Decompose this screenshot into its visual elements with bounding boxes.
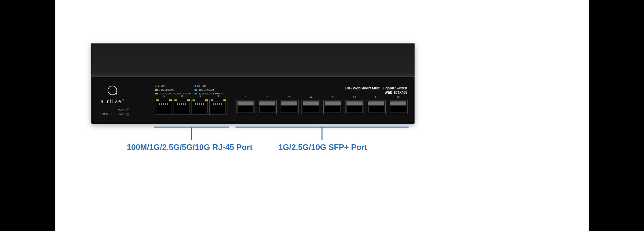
network-switch: airlive® PWR SYS Reset 1-4 Port: 10G Lin… <box>91 43 415 123</box>
sfp-port-6: 6 <box>258 100 277 114</box>
bracket-rj45 <box>154 127 229 128</box>
port-number: 7 <box>280 96 298 99</box>
sfp-port-7: 7 <box>280 100 299 114</box>
svg-point-1 <box>115 93 117 95</box>
sfp-port-10: 10 <box>345 100 364 114</box>
brand-trademark: ® <box>122 99 124 101</box>
rj45-cavity-icon <box>211 101 226 113</box>
bracket-sfp <box>235 127 409 128</box>
brand-name-text: airlive <box>101 99 122 104</box>
act-led-icon <box>169 99 172 101</box>
letterbox-right <box>589 0 644 231</box>
sfp-port-8: 8 <box>302 100 320 114</box>
sfp-port-5: 5 <box>236 100 255 114</box>
port-number: 5 <box>236 96 255 99</box>
rj45-cavity-icon <box>175 101 190 113</box>
port-number: 3 <box>192 94 209 97</box>
product-title: 10G WebSmart Multi Gigabit Switch WEB-10… <box>345 86 407 94</box>
port-number: 4 <box>210 94 227 97</box>
port-number: 12 <box>389 96 407 99</box>
rj45-port-2: 2 <box>173 99 191 115</box>
rj45-cavity-icon <box>193 101 208 113</box>
pwr-label: PWR <box>118 108 124 111</box>
rj45-port-3: 3 <box>191 99 209 115</box>
act-led-icon <box>187 99 190 101</box>
port-number: 2 <box>173 94 191 97</box>
pwr-led-icon <box>126 108 129 111</box>
sfp-port-group: 5 6 7 8 9 10 11 12 <box>236 100 408 114</box>
link-led-icon <box>211 99 213 101</box>
product-title-line1: 10G WebSmart Multi Gigabit Switch <box>345 86 407 90</box>
sfp-port-9: 9 <box>323 100 342 114</box>
front-plate: airlive® PWR SYS Reset 1-4 Port: 10G Lin… <box>91 76 415 124</box>
sfp-port-11: 11 <box>367 100 386 114</box>
sfp-port-12: 12 <box>389 100 408 114</box>
annotation-rj45-label: 100M/1G/2.5G/5G/10G RJ-45 Port <box>127 143 253 152</box>
brand-logo-icon <box>106 84 119 97</box>
port-number: 1 <box>155 94 173 97</box>
act-led-icon <box>205 99 208 101</box>
rj45-port-group: 1 2 3 4 <box>155 99 227 115</box>
reset-label: Reset <box>101 112 108 115</box>
legend-1-4-header: 1-4 Port: <box>155 84 191 88</box>
port-number: 6 <box>258 96 276 99</box>
act-led-icon <box>223 99 226 101</box>
rj45-port-4: 4 <box>209 99 227 115</box>
link-led-icon <box>156 99 159 101</box>
product-diagram: airlive® PWR SYS Reset 1-4 Port: 10G Lin… <box>0 0 644 231</box>
product-title-line2: WEB-10TX408 <box>345 91 407 94</box>
link-led-icon <box>174 99 177 101</box>
reset-block: Reset <box>101 112 112 115</box>
letterbox-left <box>0 0 55 231</box>
swatch-green-icon <box>155 89 158 91</box>
bracket-stem-icon <box>322 128 323 140</box>
swatch-blue-icon <box>195 89 197 91</box>
status-leds: PWR SYS <box>118 107 129 117</box>
legend-ports-5-12: 5-12 Port: 10G Link/Act 1.25G/2.5G Link/… <box>195 84 223 95</box>
annotation-sfp-label: 1G/2.5G/10G SFP+ Port <box>278 143 367 152</box>
link-led-icon <box>193 99 195 101</box>
chassis-lid-edge <box>91 43 415 44</box>
legend-5-12-row1: 10G Link/Act <box>199 88 214 91</box>
brand-block: airlive® <box>101 84 124 104</box>
legend-5-12-header: 5-12 Port: <box>195 84 223 88</box>
port-number: 10 <box>345 96 364 99</box>
chassis-lid <box>91 43 415 74</box>
sys-led-icon <box>126 113 129 116</box>
bracket-stem-icon <box>191 128 192 140</box>
legend-ports-1-4: 1-4 Port: 10G Link/Act 100M/1G/2.5G/5G L… <box>155 84 191 95</box>
sys-label: SYS <box>119 113 124 116</box>
reset-pinhole-icon <box>110 113 112 115</box>
port-number: 11 <box>367 96 385 99</box>
legend-1-4-row1: 10G Link/Act <box>159 88 174 91</box>
brand-name: airlive® <box>101 99 124 104</box>
rj45-cavity-icon <box>157 101 171 113</box>
port-number: 9 <box>324 96 342 99</box>
port-number: 8 <box>302 96 320 99</box>
rj45-port-1: 1 <box>155 99 173 115</box>
